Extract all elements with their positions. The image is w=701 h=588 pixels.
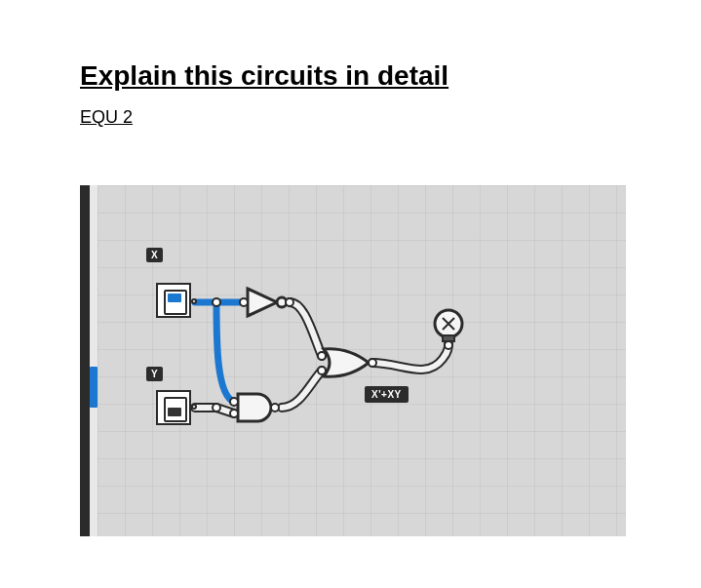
input-x-label: X [146,248,163,262]
switch-y[interactable] [156,390,191,425]
switch-x[interactable] [156,283,191,318]
switch-y-output-pin[interactable] [191,404,197,410]
equation-label: EQU 2 [80,107,133,128]
switch-x-output-pin[interactable] [191,298,197,304]
sidebar-strip [80,185,90,536]
output-expression-label: X'+XY [365,386,409,403]
page-title: Explain this circuits in detail [80,60,448,92]
canvas-grid [97,185,626,536]
circuit-canvas: X Y X'+XY [80,185,626,536]
input-y-label: Y [146,367,163,381]
scrollbar-track[interactable] [90,185,97,536]
scrollbar-thumb[interactable] [90,367,97,408]
